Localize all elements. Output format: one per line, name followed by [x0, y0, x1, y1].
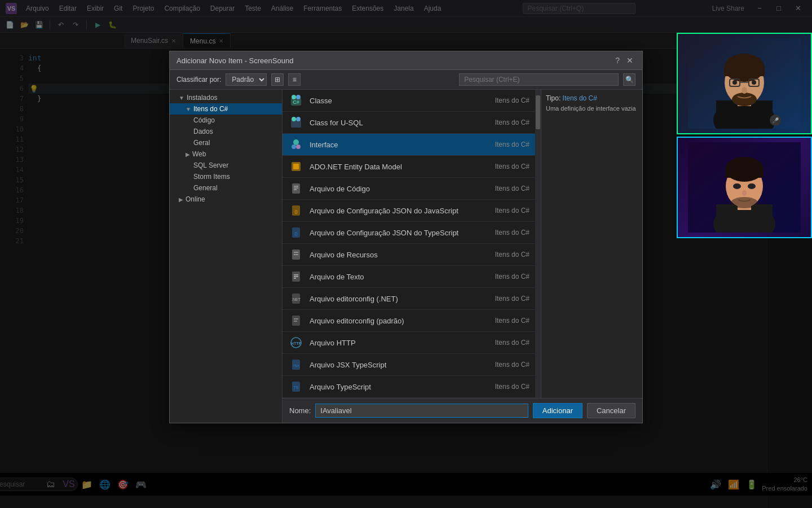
- webcam-bottom: [677, 137, 812, 238]
- item-name-ado: ADO.NET Entity Data Model: [310, 163, 467, 171]
- item-row-texto[interactable]: Arquivo de Texto Itens do C#: [283, 266, 535, 288]
- item-name-jsx-ts: Arquivo JSX TypeScript: [310, 361, 467, 369]
- dialog-title-bar: Adicionar Novo Item - ScreenSound ? ✕: [170, 51, 642, 70]
- item-icon-interface: [288, 137, 304, 152]
- item-row-usql[interactable]: Class for U-SQL Itens do C#: [283, 112, 535, 134]
- cancel-button[interactable]: Cancelar: [587, 403, 636, 418]
- item-category-classe: Itens do C#: [473, 97, 529, 104]
- item-row-recursos[interactable]: Arquivo de Recursos Itens do C#: [283, 244, 535, 266]
- item-icon-http: HTTP: [288, 335, 304, 351]
- item-icon-texto: [288, 269, 304, 284]
- dialog-help-button[interactable]: ?: [615, 56, 620, 65]
- item-row-classe[interactable]: C# Classe Itens do C#: [283, 90, 535, 112]
- item-row-arquivo-codigo[interactable]: Arquivo de Código Itens do C#: [283, 178, 535, 200]
- info-type-label: Tipo: Itens do C#: [546, 94, 638, 102]
- dialog-toolbar: Classificar por: Padrão ⊞ ≡ 🔍: [170, 70, 642, 90]
- item-row-editorconfig-net[interactable]: .NET Arquivo editorconfig (.NET) Itens d…: [283, 288, 535, 310]
- item-icon-jsx-ts: TSX: [288, 357, 304, 373]
- dialog-body: ▼ Instalados ▼ Itens do C# Código Dados …: [170, 90, 642, 423]
- svg-rect-29: [292, 316, 300, 326]
- item-category-editorconfig-padrao: Itens do C#: [473, 317, 529, 325]
- info-description: Uma definição de interface vazia: [546, 104, 638, 113]
- svg-point-50: [752, 80, 756, 85]
- item-row-json-js[interactable]: {} Arquivo de Configuração JSON do JavaS…: [283, 200, 535, 222]
- item-row-ts[interactable]: TS Arquivo TypeScript Itens do C#: [283, 376, 535, 398]
- webcam-container: 🎤: [677, 33, 812, 240]
- dialog-footer: Nome: Adicionar Cancelar: [283, 398, 642, 423]
- item-name-ts: Arquivo TypeScript: [310, 383, 467, 391]
- name-input[interactable]: [315, 404, 528, 418]
- view-grid-button[interactable]: ⊞: [271, 73, 284, 86]
- tree-dados[interactable]: Dados: [170, 126, 282, 137]
- tree-instalados[interactable]: ▼ Instalados: [170, 92, 282, 103]
- tree-storm-items[interactable]: Storm Items: [170, 171, 282, 182]
- svg-text:C#: C#: [293, 99, 299, 105]
- tree-codigo[interactable]: Código: [170, 115, 282, 126]
- add-button[interactable]: Adicionar: [533, 403, 582, 418]
- svg-point-45: [732, 93, 757, 106]
- item-category-interface: Itens do C#: [473, 141, 529, 148]
- webcam-face-2: [678, 138, 811, 237]
- tree-itens-cs[interactable]: ▼ Itens do C#: [170, 103, 282, 115]
- item-list-scrollbar[interactable]: [535, 90, 541, 398]
- dialog-tree-panel: ▼ Instalados ▼ Itens do C# Código Dados …: [170, 90, 283, 423]
- item-name-http: Arquivo HTTP: [310, 339, 467, 347]
- svg-rect-60: [725, 169, 764, 178]
- svg-text:{}: {}: [294, 209, 298, 214]
- item-name-json-js: Arquivo de Configuração JSON do JavaScri…: [310, 207, 467, 215]
- svg-point-64: [731, 197, 758, 208]
- sort-select[interactable]: Padrão: [226, 73, 267, 86]
- item-category-recursos: Itens do C#: [473, 251, 529, 259]
- svg-point-7: [293, 139, 299, 145]
- svg-point-61: [733, 183, 741, 189]
- item-icon-usql: [288, 115, 304, 130]
- item-name-json-ts: Arquivo de Configuração JSON do TypeScri…: [310, 229, 467, 237]
- search-icon[interactable]: 🔍: [623, 73, 636, 86]
- svg-text:.NET: .NET: [292, 297, 301, 301]
- item-row-ado[interactable]: ADO.NET Entity Data Model Itens do C#: [283, 156, 535, 178]
- svg-point-3: [296, 95, 301, 99]
- item-row-interface[interactable]: Interface Itens do C#: [283, 134, 535, 156]
- tree-sql-server[interactable]: SQL Server: [170, 160, 282, 171]
- tree-online[interactable]: ▶ Online: [170, 194, 282, 205]
- item-icon-ado: [288, 159, 304, 174]
- svg-point-6: [296, 117, 301, 121]
- svg-point-63: [742, 190, 747, 196]
- svg-text:TS: TS: [294, 386, 299, 389]
- item-row-json-ts[interactable]: {} Arquivo de Configuração JSON do TypeS…: [283, 222, 535, 244]
- svg-point-51: [742, 87, 747, 94]
- item-category-json-ts: Itens do C#: [473, 229, 529, 237]
- item-icon-json-ts: {}: [288, 225, 304, 240]
- tree-geral[interactable]: Geral: [170, 137, 282, 148]
- item-name-classe: Classe: [310, 97, 467, 105]
- svg-point-49: [732, 80, 737, 85]
- svg-text:TSX: TSX: [293, 364, 299, 367]
- webcam-top: 🎤: [677, 33, 812, 134]
- dialog-search-input[interactable]: [459, 73, 619, 86]
- item-icon-classe: C#: [288, 93, 304, 108]
- webcam-face-1: 🎤: [678, 34, 811, 133]
- item-icon-ts: TS: [288, 379, 304, 395]
- tree-web[interactable]: ▶ Web: [170, 148, 282, 160]
- view-list-button[interactable]: ≡: [288, 73, 301, 86]
- svg-text:HTTP: HTTP: [291, 341, 302, 345]
- tree-general[interactable]: General: [170, 182, 282, 194]
- item-row-editorconfig-padrao[interactable]: Arquivo editorconfig (padrão) Itens do C…: [283, 310, 535, 332]
- svg-rect-12: [292, 183, 300, 194]
- item-category-usql: Itens do C#: [473, 119, 529, 126]
- info-panel: Tipo: Itens do C# Uma definição de inter…: [541, 90, 642, 398]
- svg-text:🎤: 🎤: [772, 117, 779, 124]
- item-category-ts: Itens do C#: [473, 383, 529, 391]
- item-row-jsx-ts[interactable]: TSX Arquivo JSX TypeScript Itens do C#: [283, 354, 535, 376]
- svg-rect-11: [293, 164, 299, 169]
- item-category-jsx-ts: Itens do C#: [473, 361, 529, 369]
- item-category-http: Itens do C#: [473, 339, 529, 347]
- svg-text:{}: {}: [294, 231, 298, 236]
- scrollbar-thumb[interactable]: [536, 95, 540, 129]
- item-row-http[interactable]: HTTP Arquivo HTTP Itens do C#: [283, 332, 535, 354]
- dialog-close-button[interactable]: ✕: [624, 55, 636, 66]
- add-item-dialog: Adicionar Novo Item - ScreenSound ? ✕ Cl…: [169, 51, 643, 423]
- svg-rect-44: [724, 68, 765, 76]
- item-category-arquivo-codigo: Itens do C#: [473, 185, 529, 192]
- item-icon-editorconfig-padrao: [288, 313, 304, 329]
